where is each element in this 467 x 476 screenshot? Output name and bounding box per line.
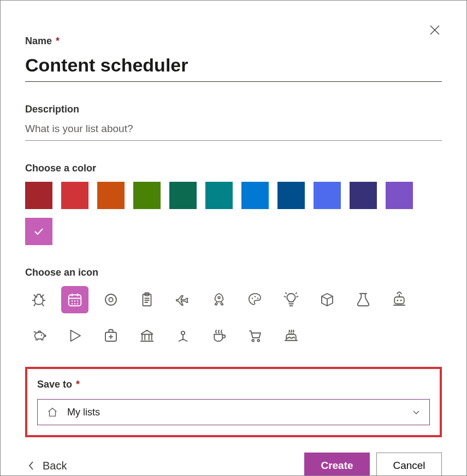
svg-point-14 — [257, 297, 259, 299]
icon-option-beaker[interactable] — [350, 286, 377, 313]
clipboard-icon — [139, 291, 155, 308]
svg-point-21 — [252, 340, 254, 342]
color-swatch-green[interactable] — [133, 182, 161, 209]
icon-option-clipboard[interactable] — [133, 286, 161, 313]
svg-point-11 — [218, 296, 220, 299]
svg-point-17 — [400, 300, 402, 301]
icon-option-bank[interactable] — [133, 322, 161, 349]
icon-option-rocket[interactable] — [205, 286, 233, 313]
close-button[interactable] — [426, 21, 444, 39]
save-to-select[interactable]: My lists — [37, 399, 430, 425]
color-swatch-dark-red[interactable] — [25, 182, 52, 209]
choose-icon-section: Choose an icon — [25, 267, 442, 349]
svg-point-22 — [257, 340, 259, 342]
save-to-selected-text: My lists — [67, 407, 403, 418]
airplane-icon — [175, 291, 191, 308]
svg-point-2 — [74, 300, 76, 302]
close-icon — [430, 25, 440, 35]
color-swatch-pink[interactable] — [25, 218, 52, 245]
name-input[interactable] — [25, 52, 442, 82]
save-to-label: Save to * — [37, 379, 430, 390]
svg-point-16 — [397, 300, 398, 301]
choose-icon-label: Choose an icon — [25, 267, 442, 278]
name-label: Name * — [25, 35, 442, 47]
icon-grid — [25, 286, 442, 349]
cube-icon — [319, 291, 335, 308]
icon-option-coffee[interactable] — [205, 322, 233, 349]
cancel-button[interactable]: Cancel — [376, 453, 442, 476]
svg-point-3 — [77, 300, 79, 302]
icon-option-cake[interactable] — [277, 322, 305, 349]
home-icon — [46, 406, 58, 418]
mappin-icon — [175, 328, 191, 344]
svg-point-13 — [255, 296, 256, 297]
color-swatch-dark-green[interactable] — [169, 182, 197, 209]
icon-option-play[interactable] — [61, 322, 88, 349]
palette-icon — [247, 291, 263, 308]
icon-option-cart[interactable] — [241, 322, 269, 349]
required-mark: * — [56, 35, 60, 46]
svg-point-8 — [109, 297, 113, 302]
svg-point-5 — [74, 303, 76, 305]
description-label: Description — [25, 104, 442, 115]
required-mark: * — [76, 379, 80, 390]
icon-option-target[interactable] — [97, 286, 125, 313]
color-swatch-orange[interactable] — [97, 182, 125, 209]
color-swatch-purple[interactable] — [386, 182, 413, 209]
svg-point-6 — [77, 303, 79, 305]
calendar-icon — [67, 291, 83, 308]
icon-option-robot[interactable] — [386, 286, 413, 313]
color-swatch-navy[interactable] — [350, 182, 377, 209]
cart-icon — [247, 328, 263, 344]
bug-icon — [31, 291, 47, 308]
svg-point-7 — [105, 294, 116, 305]
lightbulb-icon — [283, 291, 299, 308]
rocket-icon — [211, 291, 227, 308]
choose-color-label: Choose a color — [25, 163, 442, 174]
color-swatch-teal[interactable] — [205, 182, 233, 209]
play-icon — [67, 328, 83, 344]
icon-option-airplane[interactable] — [169, 286, 197, 313]
save-to-region: Save to * My lists — [25, 367, 442, 437]
name-section: Name * — [25, 35, 442, 82]
svg-point-18 — [41, 335, 43, 336]
back-button[interactable]: Back — [25, 456, 69, 475]
description-section: Description — [25, 104, 442, 141]
icon-option-cube[interactable] — [314, 286, 341, 313]
beaker-icon — [355, 291, 371, 308]
robot-icon — [391, 291, 407, 308]
dialog-footer: Back Create Cancel — [25, 437, 442, 476]
create-button[interactable]: Create — [304, 453, 370, 476]
cake-icon — [283, 328, 299, 344]
svg-point-12 — [252, 297, 253, 299]
icon-option-piggybank[interactable] — [25, 322, 52, 349]
medical-icon — [103, 328, 119, 344]
icon-option-calendar[interactable] — [61, 286, 88, 313]
coffee-icon — [211, 328, 227, 344]
create-list-dialog: Name * Description Choose a color Choose… — [1, 1, 466, 475]
bank-icon — [139, 328, 155, 344]
color-swatch-dark-blue[interactable] — [277, 182, 305, 209]
icon-option-bug[interactable] — [25, 286, 52, 313]
color-swatch-row — [25, 182, 442, 245]
svg-point-4 — [72, 303, 73, 305]
icon-option-medical[interactable] — [97, 322, 125, 349]
target-icon — [103, 291, 119, 308]
description-input[interactable] — [25, 121, 442, 141]
color-swatch-blue[interactable] — [241, 182, 269, 209]
svg-point-1 — [72, 300, 73, 302]
color-swatch-red[interactable] — [61, 182, 88, 209]
piggybank-icon — [31, 328, 47, 344]
color-swatch-indigo[interactable] — [314, 182, 341, 209]
svg-rect-15 — [394, 297, 404, 304]
checkmark-icon — [32, 225, 45, 238]
icon-option-palette[interactable] — [241, 286, 269, 313]
icon-option-mappin[interactable] — [169, 322, 197, 349]
icon-option-lightbulb[interactable] — [277, 286, 305, 313]
chevron-left-icon — [27, 460, 35, 471]
choose-color-section: Choose a color — [25, 163, 442, 245]
chevron-down-icon — [412, 408, 421, 416]
back-label: Back — [43, 460, 67, 472]
